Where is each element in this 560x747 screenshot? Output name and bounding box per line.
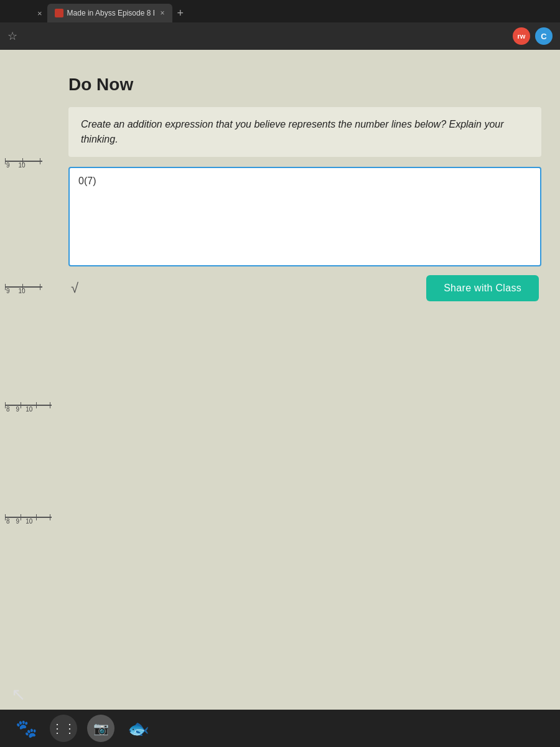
active-tab[interactable]: Made in Abyss Episode 8 Engli × — [47, 4, 172, 22]
nl-labels-3: 8 9 10 — [6, 406, 32, 413]
number-line-3: 8 9 10 — [5, 405, 53, 413]
fish-icon-symbol: 🐟 — [128, 718, 149, 739]
taskbar-fish-icon[interactable]: 🐟 — [124, 715, 152, 742]
nl-line-4 — [5, 517, 52, 518]
question-text: Create an addition expression that you b… — [81, 117, 529, 147]
main-content: Do Now Create an addition expression tha… — [0, 50, 560, 320]
tab-bar: × Made in Abyss Episode 8 Engli × + — [0, 0, 560, 22]
taskbar: 🐾 ⋮⋮ 📷 🐟 — [0, 710, 560, 747]
answer-box[interactable]: 0(7) — [68, 167, 541, 266]
nl-line-3 — [5, 405, 52, 406]
video-icon-symbol: 📷 — [93, 721, 109, 736]
bottom-actions: √ Share with Class — [68, 275, 541, 301]
section-title: Do Now — [68, 75, 541, 95]
checkmark-icon[interactable]: √ — [71, 280, 78, 296]
page-content: 9 10 9 10 — [0, 50, 560, 710]
question-card: Create an addition expression that you b… — [68, 107, 541, 157]
share-with-class-button[interactable]: Share with Class — [426, 275, 539, 301]
start-icon-symbol: 🐾 — [16, 718, 37, 739]
refresh-button[interactable]: C — [535, 27, 553, 45]
apps-icon-symbol: ⋮⋮ — [51, 721, 76, 736]
tab-close-btn[interactable]: × — [161, 9, 165, 17]
answer-text: 0(7) — [78, 176, 96, 186]
tab-title: Made in Abyss Episode 8 Engli — [67, 9, 154, 17]
taskbar-apps-icon[interactable]: ⋮⋮ — [50, 715, 77, 742]
taskbar-video-icon[interactable]: 📷 — [87, 715, 114, 742]
tab-close-x[interactable]: × — [37, 4, 42, 22]
nl-labels-4: 8 9 10 — [6, 518, 32, 525]
address-bar-row: ☆ rw C — [0, 22, 560, 50]
taskbar-start-icon[interactable]: 🐾 — [12, 715, 40, 742]
browser-chrome: × Made in Abyss Episode 8 Engli × + ☆ rw… — [0, 0, 560, 50]
new-tab-button[interactable]: + — [177, 4, 184, 22]
tab-favicon-icon — [55, 9, 63, 17]
profile-button[interactable]: rw — [513, 27, 530, 45]
number-line-4: 8 9 10 — [5, 517, 53, 525]
cursor-arrow: ↖ — [11, 684, 26, 705]
bookmark-icon[interactable]: ☆ — [7, 29, 17, 43]
